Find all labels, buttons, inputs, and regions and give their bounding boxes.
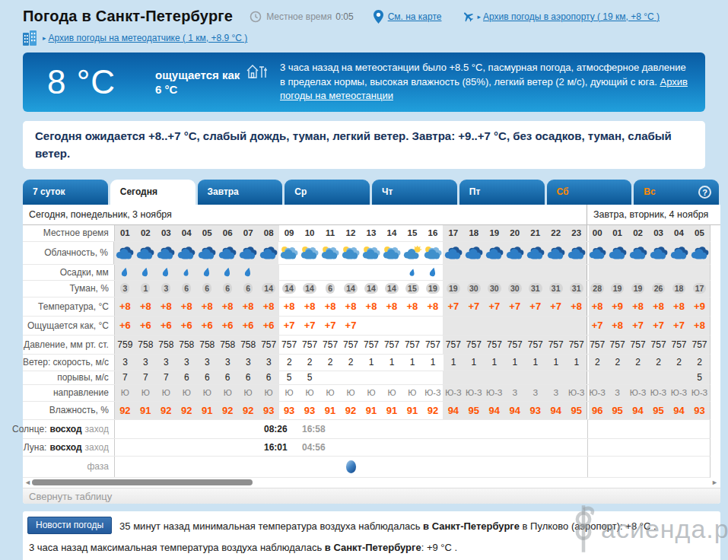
cloud-night-icon: [443, 245, 463, 261]
wind-gusts-cell: 5: [300, 371, 320, 384]
feels-like-cell: +6: [156, 317, 176, 335]
cloudiness-cell: [628, 242, 648, 264]
pressure-cell: 759: [115, 336, 135, 354]
local-time-cell: 13: [361, 225, 382, 241]
wind-direction-cell: Ю: [279, 385, 300, 401]
pressure-cell: 757: [648, 336, 669, 354]
tab-tomorrow[interactable]: Завтра: [198, 180, 283, 205]
temperature-cell: +8: [341, 298, 361, 316]
cloudiness-cell: [135, 242, 155, 264]
wind-direction-cell: Ю-З: [422, 385, 443, 401]
temperature-cell: +9: [689, 298, 710, 316]
cloud-sun-icon: [402, 245, 422, 261]
cloud-night-icon: [176, 245, 196, 261]
pressure-cell: 758: [176, 336, 197, 354]
cloudiness-cell: [443, 242, 463, 264]
feels-like-cell: +6: [135, 317, 156, 335]
humidity-cell: 91: [320, 402, 341, 419]
wind-speed-cell: 2: [689, 355, 710, 371]
cloud-day-icon: [278, 245, 299, 261]
humidity-cell: 94: [504, 402, 525, 419]
cloudiness-cell: [176, 242, 196, 264]
wind-speed-cell: 2: [628, 355, 648, 371]
weather-news-button[interactable]: Новости погоды: [27, 517, 112, 534]
feels-like-cell: +6: [115, 317, 135, 335]
local-time-cell: 01: [607, 225, 628, 241]
humidity-cell: 95: [607, 402, 628, 419]
station-house-icon: [246, 63, 269, 83]
map-link[interactable]: См. на карте: [388, 11, 442, 22]
precipitation-cell: [238, 265, 259, 280]
humidity-cell: 96: [587, 402, 607, 419]
tab-friday[interactable]: Пт: [459, 180, 545, 205]
feels-like-cell: +7: [341, 317, 361, 335]
fog-label: Туман, %: [23, 281, 115, 297]
wind-gusts-cell: [341, 371, 361, 384]
wind-direction-cell: Ю-З: [463, 385, 484, 401]
wind-speed-cell: 1: [525, 355, 545, 371]
sun-label: Солнце:восходзаход: [23, 420, 115, 438]
fog-cell: 18: [669, 281, 689, 297]
temperature-cell: +8: [135, 298, 156, 316]
local-time-cell: 03: [156, 225, 176, 241]
wind-direction-cell: Ю-З: [587, 385, 607, 401]
wind-speed-cell: 1: [463, 355, 484, 371]
feels-like-cell: +6: [197, 317, 218, 335]
link-bullet-icon: ▸: [43, 34, 46, 42]
humidity-cell: 92: [422, 402, 443, 419]
humidity-cell: 95: [463, 402, 484, 419]
wind-gusts-cell: 7: [135, 371, 156, 384]
pressure-cell: 757: [381, 336, 402, 354]
cloudiness-cell: [422, 242, 443, 264]
tab-saturday[interactable]: Сб: [547, 180, 632, 205]
wind-direction-cell: Ю-З: [443, 385, 463, 401]
local-time-cell: 12: [341, 225, 361, 241]
local-time-label: Местное время: [23, 225, 115, 241]
feels-like-cell: [381, 317, 402, 335]
airport-archive-link[interactable]: Архив погоды в аэропорту ( 19 км, +8 °C …: [483, 11, 660, 22]
wind-direction-cell: Ю: [218, 385, 238, 401]
local-time-cell: 11: [320, 225, 341, 241]
feels-like-cell: +6: [218, 317, 238, 335]
temperature-cell: +7: [504, 298, 525, 316]
scroll-right-arrow[interactable]: ►: [711, 479, 718, 486]
collapse-table-link[interactable]: Свернуть таблицу: [23, 488, 720, 504]
tab-today[interactable]: Сегодня: [110, 180, 196, 205]
moon-phase-label: фаза: [23, 457, 115, 477]
precipitation-cell: [504, 265, 525, 280]
feels-like-cell: +6: [176, 317, 197, 335]
pressure-cell: 757: [566, 336, 587, 354]
sensor-archive-link[interactable]: Архив погоды на метеодатчике ( 1 км, +8.…: [49, 33, 248, 43]
feels-like-cell: +7: [320, 317, 341, 335]
fog-cell: 14: [341, 281, 361, 297]
cloud-night-icon: [237, 245, 258, 261]
tab-thursday[interactable]: Чт: [372, 180, 457, 205]
cloudiness-cell: [361, 242, 381, 264]
cloud-day-icon: [422, 245, 443, 261]
wind-speed-cell: 1: [361, 355, 382, 371]
fog-row: Туман, %31366661414146141414151919303030…: [23, 281, 711, 298]
cloud-night-icon: [155, 245, 176, 261]
temperature-cell: +8: [156, 298, 176, 316]
temperature-cell: +7: [484, 298, 504, 316]
wind-gusts-cell: 5: [689, 371, 710, 384]
local-time-cell: 20: [504, 225, 525, 241]
weather-news: Новости погоды 35 минут назад минимальна…: [23, 511, 720, 560]
scroll-left-arrow[interactable]: ◄: [24, 479, 31, 486]
help-button[interactable]: ?: [698, 186, 711, 199]
tab-label: Чт: [382, 186, 393, 197]
wind-speed-cell: 3: [238, 355, 259, 371]
wind-direction-cell: Ю: [259, 385, 279, 401]
fog-cell: 14: [300, 281, 320, 297]
scrollbar-thumb[interactable]: [32, 479, 253, 485]
precipitation-cell: [607, 265, 628, 280]
fog-cell: 14: [279, 281, 300, 297]
wind-direction-cell: З: [545, 385, 566, 401]
wind-direction-cell: Ю: [320, 385, 341, 401]
temperature-label: Температура, °C: [23, 298, 115, 316]
tab-wednesday[interactable]: Ср: [285, 180, 370, 205]
raindrop-icon: [121, 266, 129, 278]
temperature-cell: +8: [176, 298, 197, 316]
tab-7days[interactable]: 7 суток: [23, 180, 108, 205]
tab-sunday[interactable]: Вс ?: [634, 180, 719, 205]
